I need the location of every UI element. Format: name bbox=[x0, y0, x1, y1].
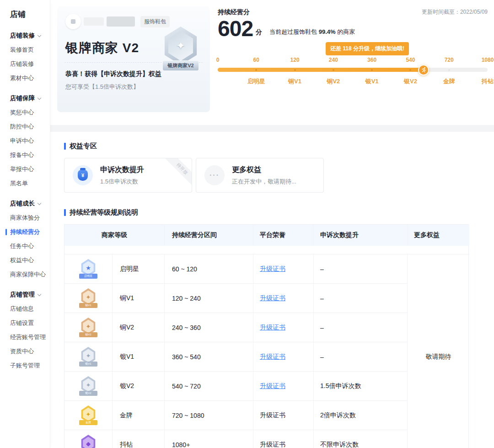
tier-badge-gold-icon: ✦ 金牌 bbox=[76, 405, 100, 425]
benefit-desc: 正在开发中，敬请期待... bbox=[232, 178, 296, 186]
sidebar-group-protection: 店铺保障 奖惩中心 防控中心 申诉中心 报备中心 举报中心 黑名单 bbox=[10, 92, 50, 190]
sidebar-item-experience-score[interactable]: 商家体验分 bbox=[10, 211, 50, 225]
shop-name-redacted bbox=[107, 16, 135, 27]
sidebar-group-header-decoration[interactable]: 店铺装修 bbox=[10, 29, 50, 43]
section-separator bbox=[50, 125, 494, 132]
upgrade-certificate-link[interactable]: 升级证书 bbox=[260, 353, 285, 361]
update-time: 更新时间截至：2022/05/09 bbox=[422, 8, 488, 16]
honor-cell: 升级证书 bbox=[253, 400, 314, 430]
benefit-card-appeal-boost[interactable]: ¥ 申诉次数提升 1.5倍申诉次数 待开放 bbox=[64, 158, 192, 193]
badge-label: 银牌商家V2 bbox=[162, 60, 199, 71]
category-tag: 服饰鞋包 bbox=[140, 16, 170, 27]
shop-logo bbox=[65, 14, 81, 29]
tier-name: 金牌 bbox=[113, 400, 165, 430]
runner-progress-marker bbox=[418, 65, 429, 76]
hexagon-badge-icon: ✦ bbox=[163, 27, 199, 65]
tier-badge-diamond-icon: ◆ 抖钻 bbox=[76, 435, 100, 448]
sidebar-item-report-center[interactable]: 报备中心 bbox=[10, 148, 50, 162]
sidebar-item-risk-control[interactable]: 防控中心 bbox=[10, 119, 50, 134]
sidebar-item-appeal-center[interactable]: 申诉中心 bbox=[10, 134, 50, 148]
score-range: 540 ~ 720 bbox=[165, 371, 253, 400]
money-pouch-icon: ¥ bbox=[73, 165, 93, 185]
congrats-desc: 您可享受【1.5倍申诉次数】 bbox=[65, 83, 202, 91]
tier-badge-qimingxing-icon: ★ 启明星 bbox=[76, 259, 100, 279]
sidebar-item-subaccount-management[interactable]: 子账号管理 bbox=[10, 358, 50, 372]
benefit-card-more[interactable]: ··· 更多权益 正在开发中，敬请期待... bbox=[196, 158, 324, 193]
more-dots-icon: ··· bbox=[204, 165, 225, 185]
tier-name: 铜V2 bbox=[113, 313, 165, 342]
section-accent-bar bbox=[64, 209, 66, 216]
sidebar-item-material-center[interactable]: 素材中心 bbox=[10, 71, 50, 85]
score-panel: 更新时间截至：2022/05/09 持续经营分 602 分 当前超过服饰鞋包 9… bbox=[218, 5, 488, 86]
sidebar-group-header-protection[interactable]: 店铺保障 bbox=[10, 92, 50, 105]
tier-name: 银V1 bbox=[113, 342, 165, 371]
sidebar-item-task-center[interactable]: 任务中心 bbox=[10, 239, 50, 253]
appeal-boost: 1.5倍申诉次数 bbox=[314, 371, 408, 400]
sidebar-title: 店铺 bbox=[10, 9, 50, 20]
sidebar-item-continuous-operation-score[interactable]: 持续经营分 bbox=[10, 225, 50, 239]
tier-name: 抖钻 bbox=[113, 430, 165, 448]
runner-icon bbox=[421, 67, 427, 73]
honor-cell: 升级证书 bbox=[253, 342, 314, 371]
col-header-appeal-boost: 申诉次数提升 bbox=[314, 225, 408, 246]
benefit-title: 更多权益 bbox=[232, 165, 296, 175]
shop-name-redacted bbox=[84, 17, 104, 26]
sidebar-group-header-growth[interactable]: 店铺成长 bbox=[10, 197, 50, 211]
score-value: 602 bbox=[218, 17, 253, 40]
honor-cell: 升级证书 bbox=[253, 254, 314, 283]
tier-badge-cell: ✦ 铜V2 bbox=[64, 313, 113, 342]
sidebar-item-tipoff-center[interactable]: 举报中心 bbox=[10, 162, 50, 176]
sidebar-item-decoration-home[interactable]: 装修首页 bbox=[10, 43, 50, 57]
congrats-title: 恭喜！获得【申诉次数提升】权益 bbox=[65, 70, 202, 78]
score-range: 60 ~ 120 bbox=[165, 254, 253, 283]
sidebar-item-blacklist[interactable]: 黑名单 bbox=[10, 176, 50, 190]
tier-name: 铜V1 bbox=[113, 283, 165, 313]
upgrade-certificate-link[interactable]: 升级证书 bbox=[260, 294, 285, 302]
sidebar-group-decoration: 店铺装修 装修首页 店铺装修 素材中心 bbox=[10, 29, 50, 85]
tier-name: 启明星 bbox=[113, 254, 165, 283]
level-progress: 还差 118 分升级，继续加油哦! 0 60 120 240 360 540 7… bbox=[218, 41, 488, 86]
col-header-platform-honor: 平台荣誉 bbox=[253, 225, 314, 246]
score-unit: 分 bbox=[256, 28, 262, 37]
benefit-desc: 1.5倍申诉次数 bbox=[100, 178, 144, 186]
appeal-boost: – bbox=[314, 313, 408, 342]
tier-name: 银V2 bbox=[113, 371, 165, 400]
chevron-down-icon bbox=[38, 33, 41, 37]
tier-badge-bronze-v1-icon: ✦ 铜V1 bbox=[76, 288, 100, 308]
upgrade-certificate-link[interactable]: 升级证书 bbox=[260, 324, 285, 332]
sidebar-group-label: 店铺管理 bbox=[10, 291, 35, 299]
tier-badge-cell: ★ 启明星 bbox=[64, 254, 113, 283]
sidebar-group-management: 店铺管理 店铺信息 店铺设置 经营账号管理 资质中心 子账号管理 bbox=[10, 288, 50, 372]
section-accent-bar bbox=[64, 143, 66, 150]
progress-bar bbox=[218, 68, 488, 72]
appeal-boost: – bbox=[314, 342, 408, 371]
chevron-down-icon bbox=[38, 201, 41, 205]
sidebar-item-shop-info[interactable]: 店铺信息 bbox=[10, 302, 50, 316]
appeal-boost: – bbox=[314, 283, 408, 313]
score-range: 240 ~ 360 bbox=[165, 313, 253, 342]
sidebar-item-shop-settings[interactable]: 店铺设置 bbox=[10, 316, 50, 330]
progress-ticks: 0 60 120 240 360 540 720 1080 bbox=[218, 57, 488, 65]
main-area: 服饰鞋包 银牌商家 V2 ✦ 银牌商家V2 恭喜！获得【申诉次数提升】权益 您可… bbox=[50, 0, 494, 448]
rules-section-title: 持续经营等级规则说明 bbox=[70, 208, 138, 217]
upgrade-certificate-link[interactable]: 升级证书 bbox=[260, 382, 285, 390]
tier-badge-cell: ✦ 银V1 bbox=[64, 342, 113, 371]
sidebar-item-account-management[interactable]: 经营账号管理 bbox=[10, 330, 50, 344]
upgrade-certificate-link[interactable]: 升级证书 bbox=[260, 265, 285, 273]
sidebar-group-header-management[interactable]: 店铺管理 bbox=[10, 288, 50, 302]
upgrade-certificate-text: 升级证书 bbox=[260, 411, 285, 420]
col-header-score-range: 持续经营分区间 bbox=[165, 225, 253, 246]
score-range: 720 ~ 1080 bbox=[165, 400, 253, 430]
sidebar-item-benefit-center[interactable]: 权益中心 bbox=[10, 253, 50, 267]
sidebar-item-reward-punish[interactable]: 奖惩中心 bbox=[10, 105, 50, 119]
sidebar-item-merchant-protection-center[interactable]: 商家保障中心 bbox=[10, 267, 50, 281]
rules-section-header: 持续经营等级规则说明 bbox=[64, 208, 494, 217]
sidebar-group-label: 店铺装修 bbox=[10, 32, 35, 40]
sidebar-item-qualification-center[interactable]: 资质中心 bbox=[10, 344, 50, 358]
honor-cell: 升级证书 bbox=[253, 283, 314, 313]
sidebar-item-shop-decoration[interactable]: 店铺装修 bbox=[10, 57, 50, 71]
page-content: 权益专区 ¥ 申诉次数提升 1.5倍申诉次数 待开放 ··· bbox=[50, 132, 494, 448]
upgrade-certificate-text: 升级证书 bbox=[260, 441, 285, 448]
sidebar-group-label: 店铺保障 bbox=[10, 94, 35, 103]
level-rules-table: 商家等级 持续经营分区间 平台荣誉 申诉次数提升 更多权益 ★ 启明星 启明星 … bbox=[64, 224, 469, 448]
